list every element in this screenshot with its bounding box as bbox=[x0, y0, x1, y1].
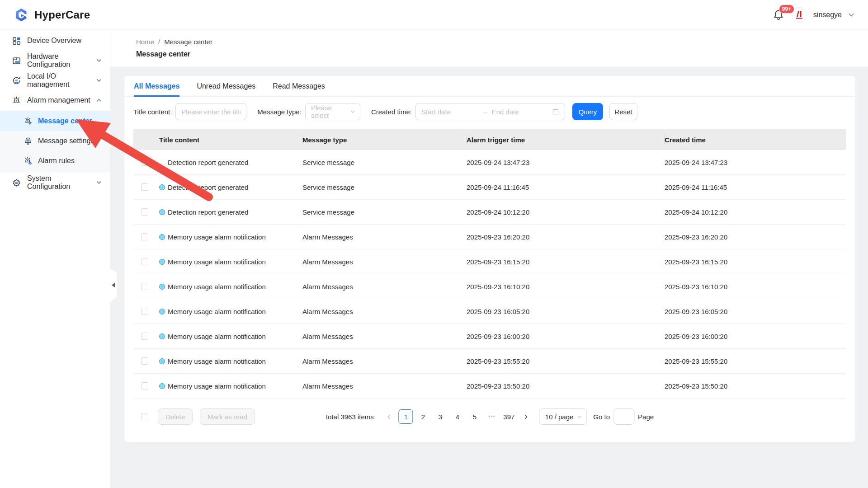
goto-page-input[interactable] bbox=[613, 408, 634, 425]
table-row[interactable]: Detection report generatedService messag… bbox=[133, 200, 846, 225]
row-title: Memory usage alarm notification bbox=[168, 357, 266, 365]
row-checkbox[interactable] bbox=[141, 283, 148, 290]
page-button-1[interactable]: 1 bbox=[399, 409, 413, 424]
table-body: Detection report generatedService messag… bbox=[133, 150, 846, 399]
hardware-board-icon bbox=[12, 56, 21, 66]
delete-button[interactable]: Delete bbox=[158, 408, 193, 425]
table-row[interactable]: Memory usage alarm notificationAlarm Mes… bbox=[133, 374, 846, 399]
row-title: Detection report generated bbox=[168, 208, 248, 216]
range-arrow-icon: → bbox=[481, 108, 488, 115]
tab-label: Read Messages bbox=[273, 82, 325, 90]
chevron-down-icon bbox=[577, 414, 582, 419]
next-page-button[interactable] bbox=[519, 409, 533, 424]
sidebar-item-alarm-management[interactable]: Alarm management bbox=[0, 90, 110, 110]
query-button[interactable]: Query bbox=[572, 103, 603, 120]
page-word-label: Page bbox=[638, 413, 654, 421]
chevron-right-icon bbox=[524, 414, 528, 419]
row-created-time: 2025-09-23 15:55:20 bbox=[665, 357, 846, 365]
row-message-type: Alarm Messages bbox=[302, 233, 467, 241]
table-row[interactable]: Memory usage alarm notificationAlarm Mes… bbox=[133, 274, 846, 299]
table-row[interactable]: Memory usage alarm notificationAlarm Mes… bbox=[133, 324, 846, 349]
table-row[interactable]: Memory usage alarm notificationAlarm Mes… bbox=[133, 225, 846, 249]
tab-label: All Messages bbox=[134, 82, 179, 90]
row-message-type: Alarm Messages bbox=[302, 283, 467, 291]
tab-all-messages[interactable]: All Messages bbox=[134, 76, 179, 96]
select-all-checkbox[interactable] bbox=[141, 413, 148, 420]
row-checkbox[interactable] bbox=[141, 382, 148, 389]
page-button-2[interactable]: 2 bbox=[416, 409, 430, 424]
reset-button[interactable]: Reset bbox=[609, 103, 637, 120]
row-message-type: Alarm Messages bbox=[302, 258, 467, 266]
chevron-down-icon[interactable] bbox=[848, 12, 854, 18]
page-size-select[interactable]: 10 / page bbox=[539, 408, 587, 425]
chevron-up-icon bbox=[96, 98, 102, 103]
pagination: total 3963 items 12345•••397 bbox=[326, 408, 654, 425]
table-row[interactable]: Detection report generatedService messag… bbox=[133, 175, 846, 200]
row-checkbox[interactable] bbox=[141, 233, 148, 240]
row-message-type: Alarm Messages bbox=[302, 333, 467, 340]
message-center-icon bbox=[24, 117, 33, 126]
mark-as-read-button[interactable]: Mark as read bbox=[200, 408, 255, 425]
row-checkbox[interactable] bbox=[141, 208, 148, 216]
row-message-type: Service message bbox=[302, 208, 467, 216]
svg-text:I/O: I/O bbox=[14, 79, 18, 81]
siren-gear-icon bbox=[24, 156, 33, 165]
notification-badge: 99+ bbox=[779, 5, 794, 14]
notifications-button[interactable]: 99+ bbox=[772, 8, 785, 22]
gear-icon bbox=[12, 178, 21, 188]
row-created-time: 2025-09-23 16:15:20 bbox=[665, 258, 846, 266]
total-items-text: total 3963 items bbox=[326, 413, 374, 421]
unread-dot-icon bbox=[159, 184, 165, 190]
row-checkbox[interactable] bbox=[141, 159, 148, 166]
breadcrumb: Home / Message center bbox=[136, 38, 868, 46]
tab-label: Unread Messages bbox=[197, 82, 255, 90]
row-alarm-trigger-time: 2025-09-23 16:05:20 bbox=[467, 308, 665, 315]
sidebar-item-system-configuration[interactable]: System Configuration bbox=[0, 173, 110, 192]
sidebar-item-local-io-management[interactable]: I/O Local I/O management bbox=[0, 70, 110, 90]
row-checkbox[interactable] bbox=[141, 183, 148, 191]
prev-page-button[interactable] bbox=[382, 409, 396, 424]
row-checkbox[interactable] bbox=[141, 333, 148, 340]
page-button-3[interactable]: 3 bbox=[433, 409, 448, 424]
page-button-4[interactable]: 4 bbox=[450, 409, 465, 424]
row-checkbox[interactable] bbox=[141, 258, 148, 265]
sidebar-collapse-handle[interactable] bbox=[110, 268, 117, 302]
row-created-time: 2025-09-24 10:12:20 bbox=[665, 208, 846, 216]
breadcrumb-home[interactable]: Home bbox=[136, 38, 154, 46]
tab-read-messages[interactable]: Read Messages bbox=[273, 76, 325, 96]
page-button-397[interactable]: 397 bbox=[502, 409, 516, 424]
row-created-time: 2025-09-23 16:05:20 bbox=[665, 308, 846, 315]
sidebar-item-message-settings[interactable]: Message settings bbox=[0, 131, 110, 151]
page-size-value: 10 / page bbox=[545, 413, 574, 421]
tab-unread-messages[interactable]: Unread Messages bbox=[197, 76, 255, 96]
brand: HyperCare bbox=[13, 6, 90, 23]
end-date-input[interactable]: End date bbox=[491, 108, 548, 116]
title-content-input[interactable] bbox=[175, 103, 246, 120]
calendar-icon bbox=[552, 108, 559, 115]
table-row[interactable]: Detection report generatedService messag… bbox=[133, 150, 846, 175]
created-time-range-picker[interactable]: Start date → End date bbox=[415, 103, 565, 120]
sidebar-item-message-center[interactable]: Message center bbox=[0, 111, 110, 131]
chevron-down-icon bbox=[350, 109, 355, 114]
unread-dot-icon bbox=[159, 358, 165, 364]
sidebar-item-label: Local I/O management bbox=[27, 72, 90, 89]
start-date-input[interactable]: Start date bbox=[421, 108, 478, 116]
sidebar-item-label: Hardware Configuration bbox=[27, 52, 90, 69]
sidebar-item-alarm-rules[interactable]: Alarm rules bbox=[0, 151, 110, 171]
row-checkbox[interactable] bbox=[141, 357, 148, 365]
message-type-select[interactable]: Please select bbox=[305, 103, 360, 120]
brand-name: HyperCare bbox=[34, 9, 90, 21]
table-row[interactable]: Memory usage alarm notificationAlarm Mes… bbox=[133, 249, 846, 274]
row-created-time: 2025-09-23 15:50:20 bbox=[665, 382, 846, 390]
table-row[interactable]: Memory usage alarm notificationAlarm Mes… bbox=[133, 349, 846, 374]
app-header: HyperCare 99+ sinsegye bbox=[0, 0, 868, 30]
sidebar-item-label: Alarm rules bbox=[38, 157, 75, 165]
sidebar-item-hardware-configuration[interactable]: Hardware Configuration bbox=[0, 51, 110, 70]
row-created-time: 2025-09-23 16:10:20 bbox=[665, 283, 846, 291]
table-row[interactable]: Memory usage alarm notificationAlarm Mes… bbox=[133, 299, 846, 324]
sidebar-item-device-overview[interactable]: Device Overview bbox=[0, 31, 110, 51]
collapse-left-icon bbox=[112, 283, 115, 287]
page-button-5[interactable]: 5 bbox=[467, 409, 482, 424]
row-checkbox[interactable] bbox=[141, 308, 148, 315]
breadcrumb-separator: / bbox=[158, 38, 160, 46]
